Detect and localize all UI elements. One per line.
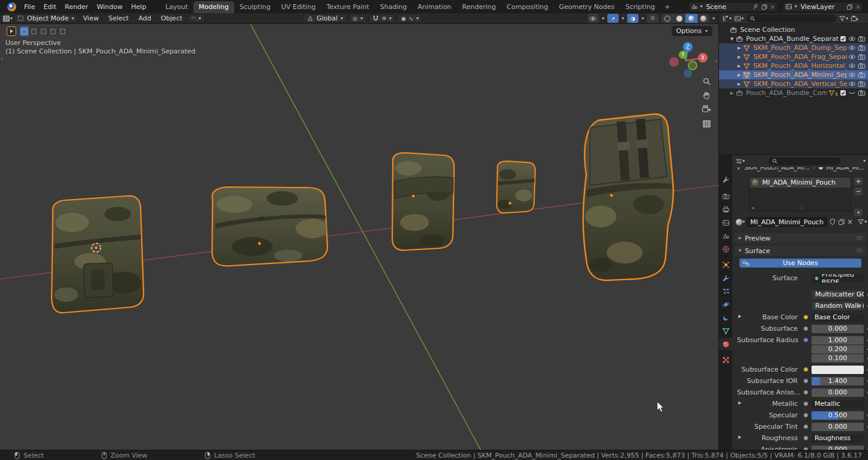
pin-icon[interactable] [752, 4, 759, 10]
subsurface-ior-field[interactable]: 1.400 [812, 377, 864, 385]
expand-icon[interactable]: ▶ [738, 314, 741, 319]
panel-surface[interactable]: ▾ Surface ⠿⠿ [735, 246, 866, 256]
disclosure-triangle-icon[interactable]: ▼ [729, 37, 735, 41]
gizmo-neg-x-axis[interactable] [669, 57, 679, 67]
disclosure-triangle-icon[interactable]: ▶ [736, 64, 742, 69]
gizmo-neg-y-axis[interactable] [688, 61, 697, 70]
hide-eye-icon[interactable] [848, 35, 856, 43]
gizmos-toggle[interactable]: ↗ [607, 14, 619, 23]
menu-help[interactable]: Help [127, 2, 150, 12]
browse-material-icon[interactable]: ▾ [736, 219, 745, 225]
specular-field[interactable]: 0.500 [812, 411, 864, 420]
expand-icon[interactable]: ▶ [738, 435, 741, 440]
copy-viewlayer-icon[interactable] [846, 4, 853, 10]
mode-selector[interactable]: Object Mode ▾ [14, 14, 77, 23]
tab-output[interactable] [719, 203, 732, 215]
menu-window[interactable]: Window [93, 2, 127, 12]
outliner-editor-type-icon[interactable]: ▾ [722, 15, 732, 22]
scene-selector[interactable]: ▾ Scene × [688, 2, 778, 12]
render-camera-icon[interactable] [858, 89, 866, 97]
show-hide-dropdown[interactable] [587, 14, 599, 23]
close-icon[interactable]: × [855, 3, 861, 11]
tab-render[interactable] [719, 190, 732, 202]
menu-edit[interactable]: Edit [39, 2, 60, 12]
tab-view-layer[interactable] [719, 216, 732, 228]
close-icon[interactable]: × [770, 3, 775, 11]
gizmo-neg-z-axis[interactable] [684, 69, 692, 78]
proportional-edit-controls[interactable]: ◉ ∿ ▾ [398, 14, 422, 23]
properties-editor-type-icon[interactable]: ▾ [735, 158, 745, 165]
unlink-material-icon[interactable]: × [847, 218, 853, 226]
tab-modifiers[interactable] [719, 272, 732, 284]
panel-preview[interactable]: ▸ Preview ⠿⠿ [735, 233, 866, 243]
panel-grip-icon[interactable]: ⠿⠿ [856, 236, 862, 241]
navigation-gizmo[interactable]: Z Y X [668, 38, 711, 82]
checkbox-icon[interactable] [840, 35, 846, 42]
outliner-display-mode-icon[interactable]: ▾ [734, 15, 744, 22]
disclosure-triangle-icon[interactable]: ▶ [736, 55, 742, 60]
disclosure-triangle-icon[interactable]: ▶ [736, 46, 742, 51]
subsurface-radius-x-field[interactable]: 1.000 [812, 336, 864, 345]
material-slot-item[interactable]: MI_ADA_Minimi_Pouch [750, 177, 851, 188]
tab-texture-paint[interactable]: Texture Paint [321, 1, 375, 13]
subsurface-anisotropy-field[interactable]: 0.000 [812, 388, 864, 397]
disclosure-triangle-icon[interactable]: ▶ [729, 91, 735, 96]
outliner-row-bundle-separated[interactable]: ▼ Pouch_ADA_Bundle_Separated [719, 34, 868, 43]
tab-world[interactable] [719, 243, 732, 255]
tab-animation[interactable]: Animation [412, 1, 457, 13]
fake-user-shield-icon[interactable] [829, 218, 836, 225]
select-mode-subtract-button[interactable] [39, 26, 49, 36]
remove-material-slot-button[interactable]: − [854, 187, 863, 196]
tab-shading[interactable]: Shading [375, 1, 413, 13]
outliner-filter-icon[interactable]: ▾ [839, 15, 848, 22]
viewlayer-name[interactable]: ViewLayer [800, 3, 844, 11]
pouch-object-1[interactable] [52, 196, 144, 313]
material-filter-icon[interactable]: ▾ [857, 218, 867, 225]
pouch-object-5[interactable] [583, 114, 673, 280]
expand-icon[interactable]: ▶ [738, 400, 741, 405]
overlays-toggle[interactable]: ◑ [627, 14, 639, 23]
shading-material-preview-button[interactable] [685, 14, 697, 23]
breadcrumb-object[interactable]: SKM_Pouch_ADA_Mi... [744, 167, 810, 171]
disclosure-triangle-icon[interactable]: ▶ [736, 82, 742, 87]
outliner-row-dump[interactable]: ▶ SKM_Pouch_ADA_Dump_Separated [719, 43, 868, 52]
checkbox-icon[interactable] [840, 90, 846, 96]
metallic-field[interactable]: Metallic [812, 400, 864, 408]
copy-material-icon[interactable] [838, 218, 845, 225]
blender-logo-icon[interactable] [7, 2, 16, 11]
tab-material[interactable] [719, 338, 732, 350]
select-mode-invert-button[interactable] [49, 26, 58, 36]
select-mode-intersect-button[interactable] [58, 26, 68, 36]
menu-object[interactable]: Object [157, 14, 187, 22]
hide-eye-closed-icon[interactable] [848, 89, 856, 97]
render-camera-icon[interactable] [858, 35, 866, 43]
hide-eye-icon[interactable] [848, 71, 856, 79]
add-workspace-button[interactable]: + [660, 1, 674, 13]
tool-settings-dropdown[interactable]: ◠ ▾ [188, 14, 205, 23]
properties-search-input[interactable] [768, 158, 840, 165]
shading-solid-button[interactable] [673, 14, 685, 23]
panel-grip-icon[interactable]: ⠿⠿ [856, 248, 862, 254]
tab-rendering[interactable]: Rendering [457, 1, 501, 13]
disclosure-triangle-icon[interactable]: ▶ [736, 73, 742, 78]
new-collection-icon[interactable] [851, 14, 858, 22]
specular-tint-field[interactable]: 0.000 [812, 423, 864, 431]
subsurface-radius-z-field[interactable]: 0.100 [812, 354, 864, 363]
menu-select[interactable]: Select [104, 14, 133, 22]
tab-scene[interactable] [719, 230, 732, 242]
copy-scene-icon[interactable] [761, 4, 768, 10]
tab-object[interactable] [719, 259, 732, 271]
toolbar-toggle-icon[interactable]: › [1, 55, 3, 62]
shading-wireframe-button[interactable] [661, 14, 673, 23]
menu-render[interactable]: Render [61, 2, 93, 12]
transform-orientation-dropdown[interactable]: Global ▾ [303, 14, 347, 23]
tab-object-data[interactable] [719, 325, 732, 337]
hide-eye-icon[interactable] [848, 44, 856, 52]
roughness-field[interactable]: Roughness [812, 434, 864, 443]
pouch-object-4[interactable] [497, 161, 535, 213]
tab-modeling[interactable]: Modeling [193, 1, 234, 13]
pouch-object-2[interactable] [212, 187, 329, 266]
tab-uv-editing[interactable]: UV Editing [276, 1, 321, 13]
select-mode-set-button[interactable] [20, 26, 29, 36]
shading-rendered-button[interactable] [697, 14, 709, 23]
